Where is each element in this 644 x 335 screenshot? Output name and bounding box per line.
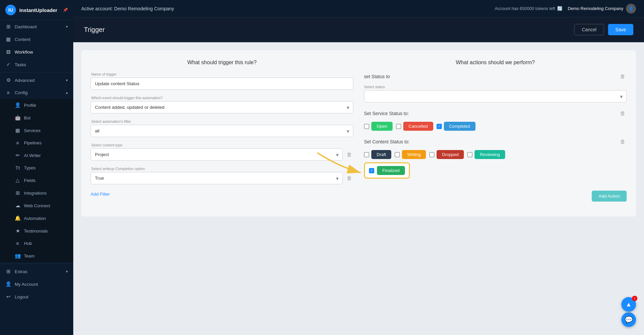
content-finalized-checkbox[interactable]	[369, 168, 374, 173]
service-completed-checkbox[interactable]	[437, 124, 442, 129]
content-finalized-pill[interactable]: Finalized	[377, 166, 405, 175]
sidebar-sub-config: 👤 Profile 🤖 Bot ▦ Services ≡ Pipelines ✏…	[0, 99, 73, 262]
service-cancelled-pill[interactable]: Cancelled	[403, 122, 433, 131]
sidebar-label-my-account: My Account	[15, 282, 38, 287]
content-draft-group: Draft	[364, 150, 391, 159]
user-avatar[interactable]: 👤	[626, 4, 636, 14]
set-status-section: set Status to 🗑 Select status ▾	[364, 72, 627, 102]
status-select[interactable]	[364, 90, 627, 102]
content-type-group: Select content type Project ▾ 🗑	[91, 143, 353, 161]
extras-icon: ⊞	[5, 268, 11, 274]
chevron-extras-icon: ▾	[66, 269, 68, 274]
chat-bubble[interactable]: 💬	[621, 312, 636, 327]
automation-icon: 🔔	[15, 215, 21, 221]
name-of-trigger-group: Name of trigger	[91, 72, 353, 90]
sidebar-item-services[interactable]: ▦ Services	[0, 124, 73, 137]
sidebar-item-pipelines[interactable]: ≡ Pipelines	[0, 137, 73, 149]
trigger-left-panel: What should trigger this rule? Name of t…	[91, 60, 353, 207]
sidebar-item-types[interactable]: Tt Types	[0, 162, 73, 174]
content-reviewing-pill[interactable]: Reviewing	[475, 150, 505, 159]
sidebar-item-advanced[interactable]: ⚙ Advanced ▾	[0, 74, 73, 86]
sidebar-label-ai-writer: AI Writer	[24, 153, 41, 158]
delete-service-status-button[interactable]: 🗑	[619, 109, 627, 118]
content-type-label: Select content type	[91, 143, 353, 147]
content-draft-checkbox[interactable]	[364, 152, 369, 157]
content-draft-pill[interactable]: Draft	[371, 150, 391, 159]
tasks-icon: ✓	[5, 62, 11, 68]
filter-group: Select automation's filter all ▾	[91, 119, 353, 137]
logout-icon: ↩	[5, 294, 11, 300]
name-input[interactable]	[91, 78, 353, 90]
sidebar-item-testimonials[interactable]: ★ Testimonials	[0, 225, 73, 237]
add-action-button[interactable]: Add Action	[592, 191, 627, 202]
content-writing-pill[interactable]: Writing	[402, 150, 426, 159]
event-select[interactable]: Content added, updated or deleted	[91, 101, 353, 113]
service-completed-pill[interactable]: Completed	[444, 122, 476, 131]
tokens-text: Account has 650000 tokens left	[495, 6, 555, 11]
save-button[interactable]: Save	[608, 24, 633, 35]
testimonials-icon: ★	[15, 228, 21, 234]
sidebar-item-tasks[interactable]: ✓ Tasks	[0, 58, 73, 71]
content-status-section: Set Content Status to: 🗑 Draft Writing	[364, 137, 627, 179]
content-dropped-pill[interactable]: Dropped	[437, 150, 464, 159]
sidebar-item-content[interactable]: ▦ Content	[0, 33, 73, 46]
trigger-header: Trigger Cancel Save	[73, 17, 644, 42]
delete-content-type-button[interactable]: 🗑	[345, 150, 353, 159]
integrations-icon: ⊞	[15, 190, 21, 196]
trigger-actions: Cancel Save	[574, 24, 633, 35]
sidebar-item-my-account[interactable]: 👤 My Account	[0, 278, 73, 290]
tokens-label: Account has 650000 tokens left 🔄	[495, 6, 562, 11]
content-reviewing-group: Reviewing	[467, 150, 505, 159]
sidebar-label-integrations: Integrations	[24, 191, 47, 196]
service-open-pill[interactable]: Open	[371, 122, 393, 131]
refresh-icon[interactable]: 🔄	[557, 6, 562, 11]
sidebar-logo[interactable]: IU InstantUploader 📌	[0, 0, 73, 20]
chevron-advanced-icon: ▾	[66, 78, 68, 83]
cancel-button[interactable]: Cancel	[574, 24, 604, 35]
sidebar-item-logout[interactable]: ↩ Logout	[0, 290, 73, 303]
sidebar-item-workflow[interactable]: ⊟ Workflow	[0, 46, 73, 58]
status-select-wrapper: ▾	[364, 90, 627, 102]
writeup-row: True ▾ 🗑	[91, 172, 353, 184]
sidebar-item-config[interactable]: ≡ Config ▴	[0, 86, 73, 99]
sidebar-item-team[interactable]: 👥 Team	[0, 250, 73, 262]
delete-status-button[interactable]: 🗑	[619, 72, 627, 81]
my-account-icon: 👤	[5, 281, 11, 287]
content-type-select[interactable]: Project	[91, 148, 343, 161]
sidebar-item-dashboard[interactable]: ⊞ Dashboard ▾	[0, 20, 73, 33]
add-action-wrapper: Add Action	[364, 185, 627, 202]
content-area: What should trigger this rule? Name of t…	[73, 42, 644, 335]
delete-writeup-button[interactable]: 🗑	[345, 174, 353, 183]
sidebar-label-types: Types	[24, 165, 36, 170]
writeup-select[interactable]: True	[91, 172, 343, 184]
add-filter-button[interactable]: Add Filter	[91, 190, 110, 198]
sidebar-item-integrations[interactable]: ⊞ Integrations	[0, 187, 73, 199]
content-status-label: Set Content Status to:	[364, 139, 410, 144]
sidebar-item-profile[interactable]: 👤 Profile	[0, 99, 73, 111]
content-dropped-checkbox[interactable]	[429, 152, 435, 157]
service-open-checkbox[interactable]	[364, 124, 369, 129]
sidebar-item-bot[interactable]: 🤖 Bot	[0, 111, 73, 124]
finalized-highlight-box: Finalized	[364, 162, 410, 179]
sidebar-label-hub: Hub	[24, 241, 32, 246]
up-arrow-button[interactable]: ▲ 2	[621, 297, 636, 312]
right-panel-title: What actions should we perform?	[364, 60, 627, 66]
service-status-header: Set Service Status to: 🗑	[364, 109, 627, 118]
content-writing-checkbox[interactable]	[395, 152, 400, 157]
sidebar-item-web-connect[interactable]: ☁ Web Connect	[0, 199, 73, 212]
content-status-header: Set Content Status to: 🗑	[364, 137, 627, 146]
content-reviewing-checkbox[interactable]	[467, 152, 473, 157]
sidebar-item-ai-writer[interactable]: ✏ AI Writer	[0, 149, 73, 162]
filter-select[interactable]: all	[91, 125, 353, 137]
sidebar-item-automation[interactable]: 🔔 Automation	[0, 212, 73, 225]
topbar: Active account: Demo Remodeling Company …	[73, 0, 644, 17]
sidebar-item-extras[interactable]: ⊞ Extras ▾	[0, 265, 73, 278]
service-completed-group: Completed	[437, 122, 476, 131]
hub-icon: ≡	[15, 241, 21, 246]
sidebar-label-pipelines: Pipelines	[24, 140, 42, 145]
service-cancelled-checkbox[interactable]	[396, 124, 401, 129]
delete-content-status-button[interactable]: 🗑	[619, 137, 627, 146]
sidebar-item-hub[interactable]: ≡ Hub	[0, 237, 73, 250]
sidebar-label-config: Config	[15, 90, 28, 95]
sidebar-item-fields[interactable]: △ Fields	[0, 174, 73, 187]
